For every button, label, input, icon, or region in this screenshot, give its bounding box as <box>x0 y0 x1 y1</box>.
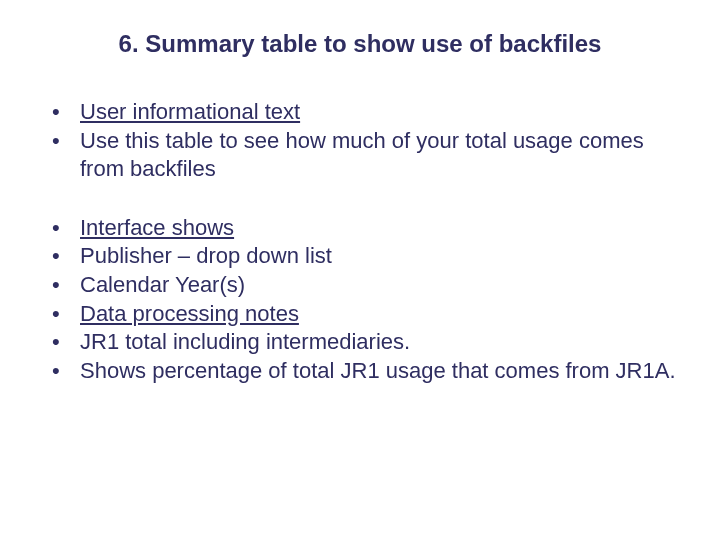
bullet-group-1: User informational text Use this table t… <box>40 98 680 184</box>
bullet-text: Data processing notes <box>80 301 299 326</box>
bullet-item: Shows percentage of total JR1 usage that… <box>40 357 680 386</box>
bullet-item: Interface shows <box>40 214 680 243</box>
bullet-text: Calendar Year(s) <box>80 272 245 297</box>
bullet-item: Publisher – drop down list <box>40 242 680 271</box>
bullet-group-2: Interface shows Publisher – drop down li… <box>40 214 680 386</box>
bullet-item: Calendar Year(s) <box>40 271 680 300</box>
bullet-item: Use this table to see how much of your t… <box>40 127 680 184</box>
bullet-item: JR1 total including intermediaries. <box>40 328 680 357</box>
bullet-text: Use this table to see how much of your t… <box>80 128 644 182</box>
bullet-text: Interface shows <box>80 215 234 240</box>
bullet-text: Publisher – drop down list <box>80 243 332 268</box>
bullet-item: Data processing notes <box>40 300 680 329</box>
bullet-text: User informational text <box>80 99 300 124</box>
slide: 6. Summary table to show use of backfile… <box>0 0 720 540</box>
bullet-item: User informational text <box>40 98 680 127</box>
bullet-text: JR1 total including intermediaries. <box>80 329 410 354</box>
bullet-text: Shows percentage of total JR1 usage that… <box>80 358 676 383</box>
slide-title: 6. Summary table to show use of backfile… <box>40 30 680 58</box>
spacer <box>40 184 680 214</box>
